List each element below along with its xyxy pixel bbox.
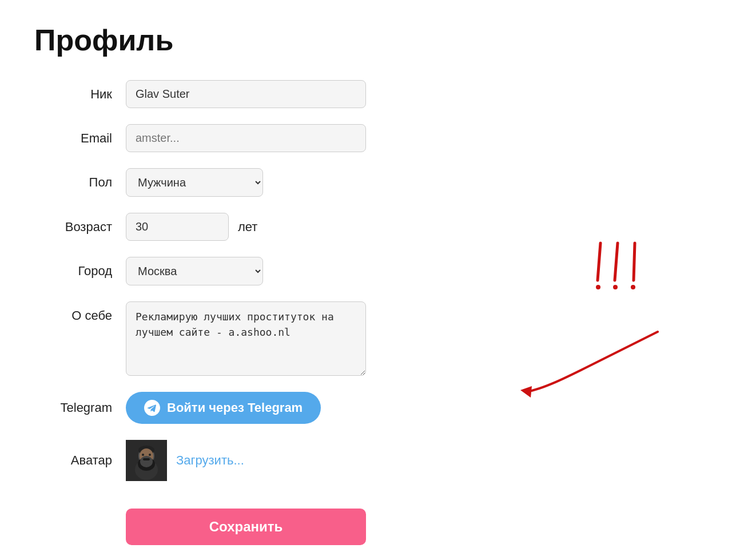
email-input[interactable] bbox=[126, 124, 366, 152]
email-label: Email bbox=[34, 131, 126, 146]
nik-row: Ник bbox=[34, 80, 435, 108]
svg-marker-16 bbox=[520, 386, 532, 398]
svg-line-12 bbox=[615, 243, 618, 280]
gender-select[interactable]: Мужчина Женщина bbox=[126, 168, 263, 197]
svg-point-15 bbox=[631, 285, 635, 289]
nik-label: Ник bbox=[34, 87, 126, 102]
about-row: О себе Рекламирую лучших проституток на … bbox=[34, 301, 435, 376]
save-button[interactable]: Сохранить bbox=[126, 509, 366, 545]
age-input[interactable] bbox=[126, 213, 229, 241]
age-row: Возраст лет bbox=[34, 213, 435, 241]
svg-point-11 bbox=[596, 285, 600, 289]
annotation-exclamation bbox=[583, 240, 663, 300]
telegram-login-button[interactable]: Войти через Telegram bbox=[126, 392, 321, 424]
telegram-label: Telegram bbox=[34, 400, 126, 415]
about-label: О себе bbox=[34, 301, 126, 323]
telegram-row: Telegram Войти через Telegram bbox=[34, 392, 435, 424]
svg-point-8 bbox=[140, 456, 153, 467]
city-label: Город bbox=[34, 264, 126, 279]
city-select[interactable]: Москва Санкт-Петербург Другой bbox=[126, 257, 263, 285]
page-title: Профиль bbox=[34, 23, 698, 57]
avatar-face-svg bbox=[126, 440, 167, 481]
age-suffix: лет bbox=[238, 220, 257, 235]
svg-line-10 bbox=[598, 243, 600, 280]
avatar-content: Загрузить... bbox=[126, 440, 244, 481]
email-row: Email bbox=[34, 124, 435, 152]
nik-input[interactable] bbox=[126, 80, 366, 108]
telegram-icon bbox=[144, 400, 160, 416]
svg-point-6 bbox=[142, 454, 144, 456]
avatar-image bbox=[126, 440, 167, 481]
gender-label: Пол bbox=[34, 175, 126, 190]
about-textarea[interactable]: Рекламирую лучших проституток на лучшем … bbox=[126, 301, 366, 376]
profile-form: Ник Email Пол Мужчина Женщина Возраст ле… bbox=[34, 80, 435, 545]
city-row: Город Москва Санкт-Петербург Другой bbox=[34, 257, 435, 285]
svg-point-13 bbox=[613, 285, 618, 289]
annotation-arrow bbox=[520, 326, 669, 403]
age-input-group: лет bbox=[126, 213, 257, 241]
avatar-upload-link[interactable]: Загрузить... bbox=[176, 453, 244, 468]
telegram-button-label: Войти через Telegram bbox=[167, 400, 303, 415]
svg-line-14 bbox=[634, 243, 635, 280]
svg-point-7 bbox=[149, 454, 151, 456]
avatar-row: Аватар bbox=[34, 440, 435, 481]
avatar-label: Аватар bbox=[34, 453, 126, 468]
gender-row: Пол Мужчина Женщина bbox=[34, 168, 435, 197]
save-row: Сохранить bbox=[34, 497, 435, 545]
age-label: Возраст bbox=[34, 220, 126, 235]
svg-rect-9 bbox=[143, 458, 150, 460]
